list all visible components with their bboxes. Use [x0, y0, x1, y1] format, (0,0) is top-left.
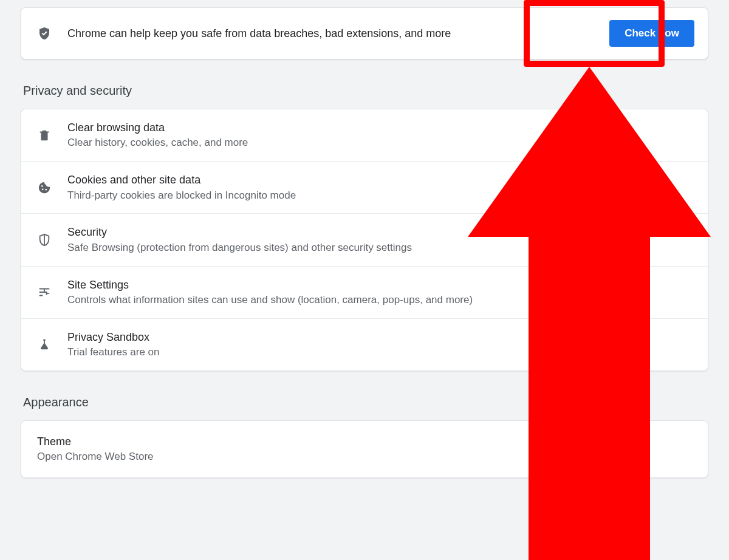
tune-icon: [37, 285, 52, 299]
privacy-list: Clear browsing data Clear history, cooki…: [21, 109, 708, 371]
row-subtitle: Clear history, cookies, cache, and more: [67, 136, 248, 150]
row-title: Privacy Sandbox: [67, 330, 160, 344]
security-shield-icon: [37, 233, 52, 247]
privacy-sandbox-row[interactable]: Privacy Sandbox Trial features are on: [21, 318, 708, 370]
row-subtitle: Controls what information sites can use …: [67, 293, 473, 307]
row-title: Theme: [37, 434, 154, 449]
cookies-row[interactable]: Cookies and other site data Third-party …: [21, 161, 708, 213]
shield-check-icon: [37, 26, 52, 41]
appearance-list: Theme Open Chrome Web Store: [21, 420, 708, 478]
clear-browsing-data-row[interactable]: Clear browsing data Clear history, cooki…: [21, 109, 708, 161]
privacy-section-heading: Privacy and security: [23, 84, 708, 98]
row-subtitle: Safe Browsing (protection from dangerous…: [67, 241, 412, 255]
row-title: Clear browsing data: [67, 120, 248, 135]
security-row[interactable]: Security Safe Browsing (protection from …: [21, 213, 708, 265]
flask-icon: [37, 338, 52, 352]
trash-icon: [37, 129, 52, 142]
safety-check-text: Chrome can help keep you safe from data …: [67, 27, 609, 40]
row-title: Site Settings: [67, 278, 473, 292]
row-subtitle: Third-party cookies are blocked in Incog…: [67, 189, 296, 203]
site-settings-row[interactable]: Site Settings Controls what information …: [21, 266, 708, 318]
theme-row[interactable]: Theme Open Chrome Web Store: [21, 421, 708, 477]
settings-page: Chrome can help keep you safe from data …: [0, 0, 729, 560]
safety-check-card: Chrome can help keep you safe from data …: [21, 7, 708, 60]
cookie-icon: [37, 181, 52, 194]
row-title: Security: [67, 225, 412, 239]
row-title: Cookies and other site data: [67, 172, 296, 187]
row-subtitle: Trial features are on: [67, 346, 160, 360]
check-now-button[interactable]: Check now: [609, 20, 694, 47]
row-subtitle: Open Chrome Web Store: [37, 450, 154, 464]
appearance-section-heading: Appearance: [23, 395, 708, 409]
